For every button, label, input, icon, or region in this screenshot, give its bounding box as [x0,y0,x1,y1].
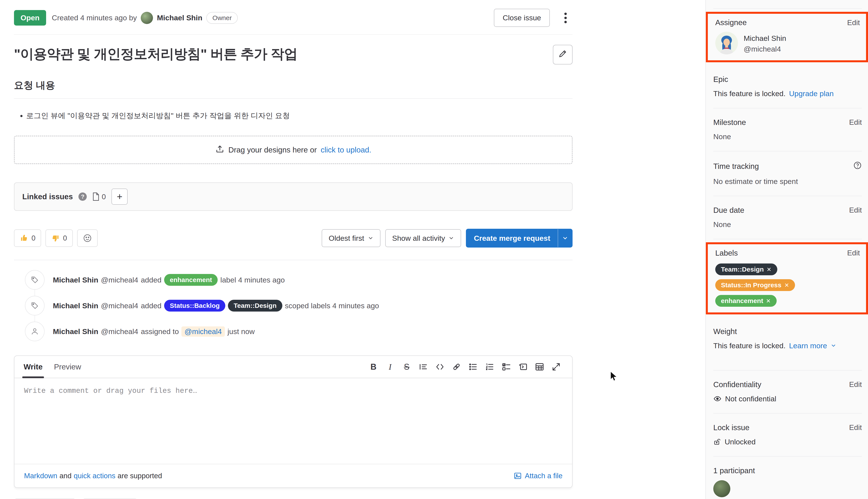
activity-actor[interactable]: Michael Shin [53,276,98,284]
task-list-button[interactable] [499,360,513,374]
activity-suffix: label 4 minutes ago [220,276,285,284]
chevron-down-icon [562,235,568,241]
comment-textarea[interactable] [14,378,572,464]
link-button[interactable] [450,360,463,374]
activity-suffix: scoped labels 4 minutes ago [285,302,379,310]
assignee-edit-button[interactable]: Edit [847,19,860,27]
pencil-icon [558,49,567,60]
quick-actions-link[interactable]: quick actions [74,472,116,480]
feed-controls: Oldest first Show all activity Create me… [322,229,572,247]
due-date-value: None [713,220,862,229]
blockquote-button[interactable] [417,360,430,374]
participant-avatar[interactable] [713,480,730,497]
due-date-section: Due date Edit None [713,196,862,239]
add-emoji-button[interactable] [77,229,98,247]
close-issue-button[interactable]: Close issue [494,9,550,27]
label-icon [25,270,45,290]
content-gap [572,0,706,499]
label-pill[interactable]: Status::Backlog [164,300,225,312]
remove-label-icon[interactable] [766,298,771,303]
merge-request-dropdown-toggle[interactable] [558,229,572,247]
thumbs-down-icon [51,234,60,243]
collapse-block-button[interactable] [516,360,530,374]
milestone-edit-button[interactable]: Edit [849,118,862,126]
label-pill[interactable]: enhancement [715,295,777,307]
confidentiality-section: Confidentiality Edit Not confidential [713,370,862,414]
chevron-down-icon [368,235,373,241]
click-to-upload-link[interactable]: click to upload. [321,146,372,154]
labels-edit-button[interactable]: Edit [847,248,860,257]
thumbs-up-icon [20,234,28,243]
discussion-controls-row: 0 0 Oldest first Show all activity [14,229,572,247]
numbered-list-button[interactable] [483,360,496,374]
linked-issues-title: Linked issues [22,192,73,201]
kebab-menu-icon[interactable] [558,9,572,27]
markdown-link[interactable]: Markdown [24,472,57,480]
lock-issue-value: Unlocked [725,438,756,446]
assignee-name[interactable]: Michael Shin [744,33,786,44]
activity-item: Michael Shin @micheal4 added enhancement… [14,270,572,290]
learn-more-link[interactable]: Learn more [789,341,827,350]
assignee-highlight-frame: Assignee Edit Michael Shin @micheal4 [706,12,868,62]
table-button[interactable] [533,360,546,374]
status-badge: Open [14,10,46,26]
activity-handle: @micheal4 [101,302,138,310]
label-pill[interactable]: Status::In Progress [715,279,795,291]
label-pill[interactable]: enhancement [164,274,218,286]
assignee-title: Assignee [715,18,747,27]
attach-file-link[interactable]: Attach a file [514,472,563,480]
upgrade-plan-link[interactable]: Upgrade plan [789,89,834,98]
created-text: Created 4 minutes ago by [52,14,137,22]
author-avatar[interactable] [141,12,153,24]
assignee-handle: @micheal4 [744,44,786,54]
sidebar-top-divider [713,0,862,9]
confidentiality-value: Not confidential [725,394,776,403]
lock-issue-edit-button[interactable]: Edit [849,423,862,432]
strikethrough-button[interactable]: S [400,360,413,374]
thumbs-up-button[interactable]: 0 [14,229,41,247]
design-dropzone[interactable]: Drag your designs here or click to uploa… [14,136,572,164]
italic-button[interactable]: I [383,360,397,374]
chevron-down-icon [448,235,454,241]
remove-label-icon[interactable] [767,267,772,272]
epic-section: Epic This feature is locked. Upgrade pla… [713,65,862,108]
confidentiality-edit-button[interactable]: Edit [849,380,862,389]
weight-section: Weight This feature is locked. Learn mor… [713,317,862,360]
author-role-badge: Owner [206,12,238,24]
milestone-section: Milestone Edit None [713,108,862,151]
activity-handle: @micheal4 [101,327,138,336]
assignee-avatar[interactable] [715,32,738,54]
author-name[interactable]: Michael Shin [157,14,202,22]
activity-actor[interactable]: Michael Shin [53,302,98,310]
due-date-edit-button[interactable]: Edit [849,206,862,214]
label-pill[interactable]: Team::Design [715,264,777,275]
time-tracking-value: No estimate or time spent [713,177,862,186]
page-title: "이용약관 및 개인정보처리방침" 버튼 추가 작업 [14,45,546,63]
tab-write[interactable]: Write [24,356,43,378]
add-linked-issue-button[interactable]: + [111,188,128,205]
activity-filter-dropdown[interactable]: Show all activity [385,229,461,247]
remove-label-icon[interactable] [784,282,789,288]
assignee-mention-link[interactable]: @micheal4 [181,326,225,337]
weight-divider [713,360,862,370]
create-merge-request-button[interactable]: Create merge request [466,229,572,247]
bold-button[interactable]: B [367,360,380,374]
bullet-list-button[interactable] [466,360,480,374]
editor-tabs: Write Preview B I S [14,356,572,378]
linked-issues-panel: Linked issues ? 0 + [14,182,572,211]
time-tracking-help-icon[interactable] [853,161,862,171]
image-icon [514,472,522,480]
epic-locked-text: This feature is locked. [713,89,786,98]
code-button[interactable] [433,360,447,374]
label-pill[interactable]: Team::Design [228,300,282,312]
activity-actor[interactable]: Michael Shin [53,327,98,336]
help-icon[interactable]: ? [79,193,87,201]
thumbs-down-button[interactable]: 0 [46,229,73,247]
edit-title-button[interactable] [553,45,572,64]
tab-preview[interactable]: Preview [54,356,81,378]
description-list: 로그인 뷰에 "이용약관 및 개인정보처리방침" 버튼 추가 작업을 위한 디자… [14,110,572,121]
sort-dropdown[interactable]: Oldest first [322,229,380,247]
labels-pill-list: Team::Design Status::In Progress enhance… [715,264,860,307]
fullscreen-button[interactable] [550,360,563,374]
editor-toolbar: B I S [367,360,563,374]
